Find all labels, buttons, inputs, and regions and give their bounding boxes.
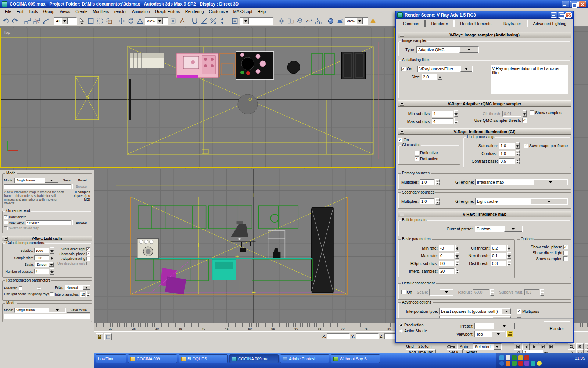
show-samples2-checkbox[interactable] xyxy=(563,256,568,261)
x-coord-field[interactable] xyxy=(327,333,350,339)
menu-item[interactable]: reactor xyxy=(112,9,129,14)
aa-on-checkbox[interactable] xyxy=(401,67,406,71)
scale-dropdown[interactable]: Screen xyxy=(35,262,54,267)
render-preset-dropdown[interactable] xyxy=(474,323,515,329)
contrast-field[interactable]: 1.0 xyxy=(499,151,514,156)
mirror-icon[interactable] xyxy=(277,17,286,25)
lc-file-field[interactable] xyxy=(4,314,90,319)
detail-on-checkbox[interactable] xyxy=(401,290,406,294)
show-calc-checkbox[interactable] xyxy=(86,252,90,256)
detail-radius-spinner[interactable] xyxy=(490,289,494,296)
taskbar-button[interactable]: Adobe Photosh... xyxy=(280,354,329,363)
gi-rollout-header[interactable]: V-Ray:: Indirect illumination (GI) xyxy=(398,128,571,135)
spinner-snap-toggle-icon[interactable] xyxy=(218,17,227,25)
tray-icon[interactable] xyxy=(499,361,504,366)
chevron-down-icon[interactable] xyxy=(157,18,163,24)
select-and-manipulate-icon[interactable] xyxy=(178,17,187,25)
chevron-down-icon[interactable] xyxy=(49,308,66,312)
clr-thresh2-field[interactable]: 0.2 xyxy=(491,245,506,251)
aa-filter-dropdown[interactable]: VRayLanczosFilter xyxy=(417,66,473,72)
tray-icon[interactable] xyxy=(506,361,510,366)
dialog-maximize-button[interactable] xyxy=(558,12,564,18)
irradiance-mode-dropdown[interactable]: Single frame xyxy=(14,178,58,183)
tray-icon[interactable] xyxy=(531,361,535,366)
layer-manager-icon[interactable] xyxy=(295,17,304,25)
dist-thresh-field[interactable]: 0.3 xyxy=(491,261,506,266)
subdivs-field[interactable]: 1000 xyxy=(34,248,49,253)
saturation-field[interactable]: 1.0 xyxy=(499,143,514,149)
chevron-down-icon[interactable] xyxy=(494,344,501,350)
tray-icon[interactable] xyxy=(537,361,542,366)
bind-to-space-warp-icon[interactable] xyxy=(42,17,50,25)
interp-samples-spinner[interactable] xyxy=(455,268,459,274)
show-samples-checkbox[interactable] xyxy=(530,110,534,115)
viewport-bottom[interactable] xyxy=(94,169,396,323)
clr-thresh-field[interactable]: 0.01 xyxy=(502,111,521,117)
primary-engine-dropdown[interactable]: Irradiance map xyxy=(475,179,568,185)
save-to-file-button[interactable]: Save to file xyxy=(67,308,90,313)
irradiance-map-rollout-header[interactable]: V-Ray:: Irradiance map xyxy=(398,211,571,217)
menu-item[interactable]: Graph Editors xyxy=(153,9,183,14)
use-directions-checkbox[interactable] xyxy=(86,262,90,265)
tray-icon[interactable] xyxy=(518,361,523,366)
lock-icon[interactable] xyxy=(506,331,513,337)
taskbar-button[interactable]: howTime xyxy=(96,354,126,363)
image-sampler-rollout-header[interactable]: V-Ray:: Image sampler (Antialiasing) xyxy=(398,32,571,38)
secondary-engine-dropdown[interactable]: Light cache xyxy=(475,198,568,205)
dist-thresh-spinner[interactable] xyxy=(507,260,511,266)
rectangular-selection-region-icon[interactable] xyxy=(96,17,104,25)
filter-dropdown[interactable]: Nearest xyxy=(65,285,91,290)
prefilter-spinner[interactable] xyxy=(37,285,41,291)
quick-render-icon[interactable] xyxy=(369,17,377,25)
contrast-base-spinner[interactable] xyxy=(516,158,520,164)
adaptive-qmc-rollout-header[interactable]: V-Ray:: Adaptive rQMC image sampler xyxy=(398,100,571,107)
auto-save-browse-button[interactable]: Browse xyxy=(72,220,90,225)
reset-button[interactable]: Reset xyxy=(75,178,90,183)
tray-icon[interactable] xyxy=(524,355,529,360)
tray-icon[interactable] xyxy=(499,355,504,360)
lc-interp-field[interactable]: 10 xyxy=(80,292,85,297)
chevron-down-icon[interactable] xyxy=(534,179,567,185)
contrast-spinner[interactable] xyxy=(516,150,520,156)
viewport-bottom-canvas[interactable] xyxy=(94,169,396,323)
browse-button[interactable]: Browse xyxy=(72,184,90,189)
menu-item[interactable]: Edit xyxy=(14,9,26,14)
min-subdivs-spinner[interactable] xyxy=(454,110,458,117)
collapse-icon[interactable] xyxy=(400,102,404,106)
sample-size-field[interactable]: 0.02 xyxy=(34,255,49,260)
viewport-top-label[interactable]: Top xyxy=(4,30,10,35)
selected-object[interactable] xyxy=(236,52,274,79)
min-rate-field[interactable]: -3 xyxy=(439,245,454,251)
chevron-down-icon[interactable] xyxy=(357,18,363,24)
detail-radius-field[interactable]: 60.0 xyxy=(473,289,489,295)
viewport-top[interactable]: Top xyxy=(0,28,395,168)
adaptive-tracing-checkbox[interactable] xyxy=(86,257,90,261)
subdivs-mult-spinner[interactable] xyxy=(540,289,544,296)
taskbar-button[interactable]: COCINA 009.ma... xyxy=(229,354,279,363)
menu-item[interactable]: Tools xyxy=(26,9,41,14)
auto-key-button[interactable]: Auto: xyxy=(457,344,472,350)
viewport-top-canvas[interactable] xyxy=(1,28,394,167)
secondary-multiplier-field[interactable]: 1.0 xyxy=(420,198,434,204)
selection-lock-icon[interactable] xyxy=(96,333,103,340)
snaps-toggle-icon[interactable] xyxy=(190,17,199,25)
schematic-view-icon[interactable] xyxy=(314,17,323,25)
collapse-icon[interactable] xyxy=(400,212,404,216)
render-button[interactable]: Render xyxy=(544,321,570,336)
go-to-end-icon[interactable] xyxy=(548,343,555,350)
dont-delete-checkbox[interactable] xyxy=(4,215,8,219)
dialog-tab[interactable]: Raytracer xyxy=(498,20,527,27)
collapse-icon[interactable] xyxy=(400,33,404,37)
chevron-down-icon[interactable] xyxy=(440,289,453,295)
sampler-type-dropdown[interactable]: Adaptive QMC xyxy=(416,46,479,53)
chevron-down-icon[interactable] xyxy=(504,226,522,232)
redo-icon[interactable] xyxy=(11,17,19,25)
lc-mode-dropdown[interactable]: Single frame xyxy=(14,308,66,313)
chevron-down-icon[interactable] xyxy=(45,178,58,183)
render-scene-dialog-icon[interactable] xyxy=(336,17,344,25)
chevron-down-icon[interactable] xyxy=(62,18,68,24)
primary-multiplier-field[interactable]: 1.0 xyxy=(420,179,434,185)
dialog-titlebar[interactable]: Render Scene: V-Ray Adv 1.5 RC3 xyxy=(396,11,573,19)
menu-item[interactable]: File xyxy=(2,9,14,14)
chevron-down-icon[interactable] xyxy=(83,285,90,290)
